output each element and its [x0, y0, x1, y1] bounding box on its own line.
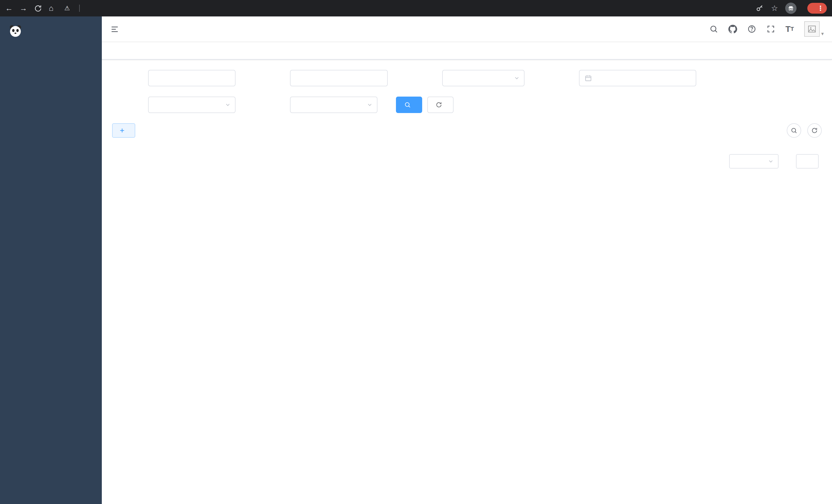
table-search-button[interactable]: [787, 123, 801, 138]
plus-icon: [119, 127, 126, 134]
table-refresh-button[interactable]: [807, 123, 822, 138]
menu-dots-icon[interactable]: ⋮: [817, 5, 824, 11]
caret-down-icon: ▾: [821, 31, 824, 37]
fullscreen-icon[interactable]: [766, 25, 775, 33]
github-icon[interactable]: [728, 25, 737, 33]
search-icon: [790, 127, 797, 134]
table-toolbar: [112, 123, 822, 138]
refresh-icon: [811, 127, 818, 134]
create-process-button[interactable]: [112, 123, 135, 138]
page-size-select[interactable]: [729, 154, 779, 169]
chevron-down-icon: [514, 75, 520, 81]
process-definition-input[interactable]: [290, 70, 388, 86]
warning-icon: ⚠: [64, 5, 70, 12]
submit-time-range-picker[interactable]: [579, 70, 696, 86]
avatar-image-placeholder: [804, 21, 820, 37]
screenshot-root: ← → ⌂ ⚠ ☆ ⋮: [0, 0, 832, 504]
toolbar-right: [781, 123, 822, 138]
key-icon[interactable]: [756, 4, 764, 12]
sidebar: [0, 17, 102, 504]
navbar: TT ▾: [102, 17, 832, 42]
incognito-icon: [785, 3, 797, 14]
page-content: [102, 60, 832, 504]
search-icon: [404, 102, 411, 108]
pagination: [112, 154, 822, 181]
filter-row-1: [112, 70, 822, 86]
reset-button[interactable]: [427, 96, 453, 113]
update-button[interactable]: ⋮: [807, 3, 827, 13]
chevron-down-icon: [367, 102, 373, 108]
navbar-search-icon[interactable]: [709, 25, 718, 33]
help-icon[interactable]: [747, 25, 756, 33]
goto-page: [793, 154, 822, 169]
category-select[interactable]: [442, 70, 524, 86]
browser-toolbar: ← → ⌂ ⚠ ☆ ⋮: [0, 0, 832, 17]
tags-view: [102, 42, 832, 60]
filter-row-2: [112, 96, 822, 113]
reload-button[interactable]: [34, 4, 42, 12]
navbar-actions: TT ▾: [709, 21, 824, 37]
search-button[interactable]: [396, 96, 422, 113]
security-chip[interactable]: ⚠: [64, 5, 73, 12]
user-avatar[interactable]: ▾: [804, 21, 824, 37]
status-select[interactable]: [148, 96, 235, 113]
process-name-input[interactable]: [148, 70, 235, 86]
app-logo[interactable]: [0, 17, 102, 45]
incognito-badge: [785, 3, 800, 14]
home-button[interactable]: ⌂: [49, 4, 53, 12]
url-divider: [79, 5, 80, 12]
chevron-down-icon: [225, 102, 231, 108]
browser-right-controls: ☆ ⋮: [756, 3, 827, 14]
star-icon[interactable]: ☆: [771, 4, 778, 12]
chevron-down-icon: [768, 158, 774, 164]
result-select[interactable]: [290, 96, 378, 113]
browser-left-controls: ← → ⌂ ⚠: [5, 4, 756, 12]
main-area: TT ▾: [102, 17, 832, 504]
back-button[interactable]: ←: [5, 4, 13, 12]
filter-form: [112, 70, 822, 113]
hamburger-button[interactable]: [110, 24, 119, 34]
font-size-icon[interactable]: TT: [785, 25, 794, 33]
app-window: TT ▾: [0, 17, 832, 504]
calendar-icon: [585, 75, 592, 82]
forward-button[interactable]: →: [20, 4, 27, 12]
refresh-icon: [436, 102, 442, 108]
panda-logo-icon: [8, 24, 23, 38]
goto-page-input[interactable]: [796, 154, 818, 169]
